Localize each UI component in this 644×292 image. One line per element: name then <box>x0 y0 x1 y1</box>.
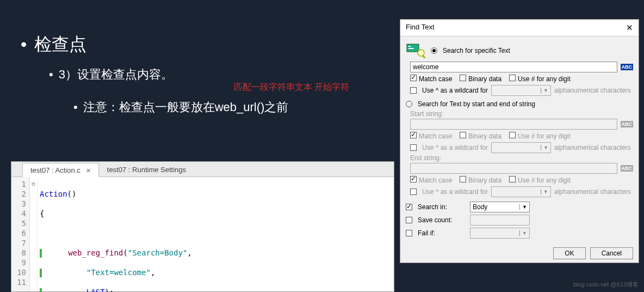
chk-failif[interactable] <box>406 230 412 236</box>
cancel-button[interactable]: Cancel <box>590 247 633 259</box>
chk-matchcase-2 <box>410 132 417 138</box>
find-text-dialog: Find Text ✕ Search for specific Text ABC… <box>400 19 639 263</box>
start-string-input <box>410 119 617 130</box>
close-icon[interactable]: ✕ <box>626 23 633 33</box>
svg-rect-2 <box>408 48 414 49</box>
wildcard-select-2: ▼ <box>491 142 551 153</box>
code-editor: test07 : Action.c✕ test07 : Runtime Sett… <box>11 161 394 292</box>
radio-start-end[interactable] <box>406 101 412 107</box>
failif-select: ▼ <box>470 228 530 239</box>
abc-badge-disabled: ABC <box>621 121 634 127</box>
editor-tabs: test07 : Action.c✕ test07 : Runtime Sett… <box>11 162 394 177</box>
ok-button[interactable]: OK <box>553 247 585 259</box>
watermark: blog csdn.net @513博客 <box>573 281 639 289</box>
dialog-titlebar[interactable]: Find Text ✕ <box>400 20 639 36</box>
line-numbers: 123 456 789 1011 <box>11 177 30 291</box>
tab-action[interactable]: test07 : Action.c✕ <box>22 163 99 177</box>
find-icon <box>406 42 428 59</box>
chk-matchcase[interactable] <box>410 75 417 81</box>
chk-usehash[interactable] <box>509 75 516 81</box>
chk-wildcard[interactable] <box>410 87 417 94</box>
end-string-input <box>410 163 617 174</box>
label-savecount: Save count: <box>418 216 467 224</box>
chk-searchin[interactable] <box>406 204 412 210</box>
chk-binary-3 <box>460 176 466 182</box>
annotation-2: 匹配一段字符串文本 开始字符 <box>234 82 349 93</box>
radio-specific-text[interactable] <box>431 47 437 54</box>
wildcard-select-3: ▼ <box>491 186 551 197</box>
chk-usehash-3 <box>509 176 516 182</box>
label-searchin: Search in: <box>418 203 467 211</box>
abc-badge[interactable]: ABC <box>621 64 634 70</box>
svg-point-3 <box>418 50 424 56</box>
label-start-end: Search for Text by start and end of stri… <box>418 100 535 108</box>
chk-usehash-2 <box>509 132 516 138</box>
dialog-title: Find Text <box>406 23 435 33</box>
source-code[interactable]: Action() { web_reg_find("Search=Body", "… <box>38 177 394 291</box>
svg-rect-1 <box>408 46 411 47</box>
label-start-string: Start string: <box>410 110 633 118</box>
chk-wildcard-3 <box>410 188 417 195</box>
label-failif: Fail if: <box>418 229 467 237</box>
chk-binary-2 <box>460 132 466 138</box>
chk-matchcase-3 <box>410 176 417 182</box>
close-icon[interactable]: ✕ <box>86 167 91 174</box>
savecount-input <box>470 215 530 226</box>
search-text-input[interactable] <box>410 62 617 72</box>
chk-savecount[interactable] <box>406 217 412 223</box>
slide-title: 检查点 <box>21 33 86 57</box>
fold-column: ⊟ <box>30 177 38 291</box>
chk-wildcard-2 <box>410 144 417 151</box>
chk-binary[interactable] <box>460 75 466 81</box>
wildcard-select: ▼ <box>491 85 551 96</box>
label-end-string: End string: <box>410 154 633 162</box>
slide-note: 注意：检查点一般要放在web_url()之前 <box>73 99 288 115</box>
slide-sub: 3）设置检查点内容。 <box>49 66 173 83</box>
searchin-select[interactable]: Body▼ <box>470 202 530 212</box>
label-specific-text: Search for specific Text <box>443 47 510 54</box>
tab-runtime[interactable]: test07 : Runtime Settings <box>99 162 194 177</box>
abc-badge-disabled: ABC <box>621 165 634 172</box>
